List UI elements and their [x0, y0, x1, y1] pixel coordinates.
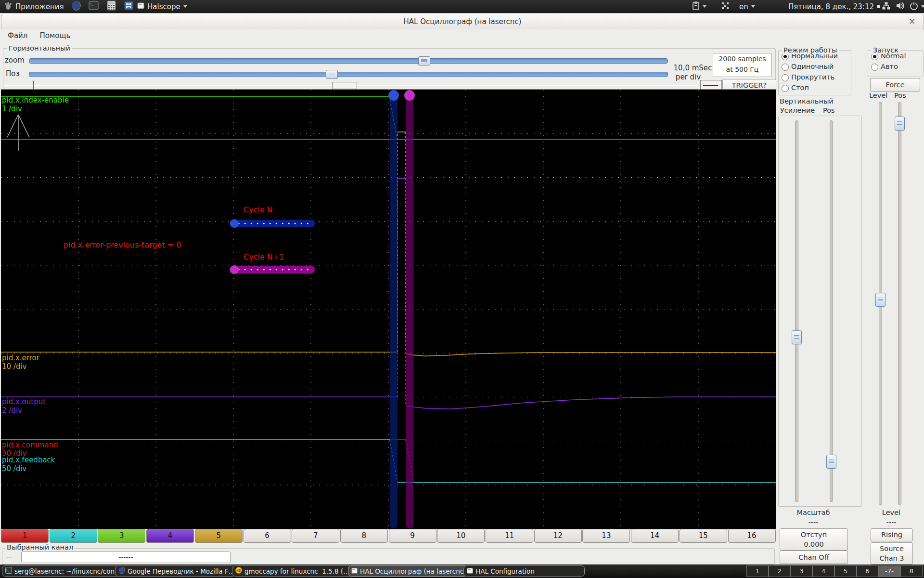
- scale-value: ----: [784, 518, 842, 526]
- channel-button-7[interactable]: 7: [292, 529, 339, 543]
- workspace-cell-7[interactable]: -7-: [878, 565, 900, 577]
- channel-button-10[interactable]: 10: [437, 529, 485, 543]
- firefox-icon: [71, 0, 81, 13]
- workspace-cell-1[interactable]: 1: [746, 565, 769, 577]
- active-window-button[interactable]: Halscope: [137, 0, 187, 13]
- file-archive-icon: [124, 0, 134, 13]
- channel-button-2[interactable]: 2: [50, 529, 97, 543]
- volume-indicator[interactable]: [896, 0, 905, 13]
- vertical-pos-slider-handle[interactable]: [826, 455, 836, 469]
- battery-indicator[interactable]: [692, 0, 706, 13]
- zoom-slider-label: zoom: [5, 56, 25, 65]
- offset-button[interactable]: Отступ0.000: [780, 528, 848, 551]
- force-button[interactable]: Force: [870, 78, 920, 92]
- svg-text:NS: NS: [236, 569, 241, 572]
- workspace-cell-5[interactable]: 5: [834, 565, 857, 577]
- gain-label: Усиление: [780, 106, 815, 114]
- gmoccapy-icon: NS: [235, 567, 242, 575]
- workspace-cell-8[interactable]: 8: [900, 565, 923, 577]
- run-mode-radio-2[interactable]: [782, 74, 789, 81]
- workspace-cell-2[interactable]: 2: [769, 565, 791, 577]
- gain-slider[interactable]: [795, 120, 798, 502]
- network-indicator[interactable]: [882, 0, 890, 13]
- error-previous-target-annotation: pid.x.error-previous-target = 0: [64, 240, 181, 250]
- zoom-slider[interactable]: [29, 58, 668, 64]
- applications-menu[interactable]: Приложения: [4, 0, 64, 13]
- channel-button-3[interactable]: 3: [98, 529, 145, 543]
- pos-slider-handle[interactable]: [326, 70, 338, 79]
- channel-button-1[interactable]: 1: [1, 529, 49, 543]
- taskbar-item-label: HAL Осциллограф (на lasercnc): [360, 567, 466, 575]
- run-mode-radio-3[interactable]: [782, 85, 789, 92]
- blue-cycle-n-bar[interactable]: [390, 90, 398, 528]
- taskbar-item-4[interactable]: HAL Осциллограф (на lasercnc): [348, 565, 468, 577]
- pos-slider[interactable]: [29, 72, 668, 77]
- chan-off-button[interactable]: Chan Off: [780, 551, 848, 564]
- window-close-button[interactable]: ×: [906, 15, 918, 27]
- firefox-launcher[interactable]: [71, 0, 81, 13]
- channel-button-6[interactable]: 6: [244, 529, 291, 543]
- taskbar-item-1[interactable]: >_serg@lasercnc: ~/linuxcnc/con…: [2, 565, 120, 577]
- trigger-source-button[interactable]: SourceChan 3: [871, 542, 913, 565]
- vertical-frame-label: Вертикальный: [780, 97, 834, 105]
- channel-button-12[interactable]: 12: [534, 529, 582, 543]
- selected-channel-combo[interactable]: ------: [21, 552, 231, 563]
- taskbar-item-5[interactable]: HAL Configuration: [463, 565, 585, 577]
- taskbar-item-2[interactable]: Google Переводчик - Mozilla F…: [115, 565, 236, 577]
- window-titlebar[interactable]: HAL Осциллограф (на lasercnc) ×: [1, 13, 924, 30]
- workspace-grid-indicator[interactable]: [721, 0, 730, 13]
- scale-label: Масштаб: [784, 509, 842, 516]
- calculator-launcher[interactable]: [106, 0, 116, 13]
- applications-label: Приложения: [15, 2, 64, 11]
- zoom-slider-handle[interactable]: [418, 56, 430, 66]
- channel-button-4[interactable]: 4: [146, 529, 194, 543]
- channel-button-15[interactable]: 15: [680, 529, 727, 543]
- pager-grid-icon: [721, 1, 730, 12]
- level-label: Level: [871, 509, 912, 516]
- network-icon: [882, 1, 890, 12]
- window-icon: [351, 567, 358, 575]
- trigger-mode-radio-1[interactable]: [871, 64, 878, 71]
- bottom-taskbar: >_serg@lasercnc: ~/linuxcnc/con…Google П…: [0, 565, 924, 578]
- menu-file[interactable]: Файл: [3, 29, 32, 42]
- calculator-icon: [106, 0, 116, 13]
- keyboard-layout[interactable]: en: [739, 0, 755, 13]
- trigger-position-handle[interactable]: [332, 82, 357, 89]
- channel-button-8[interactable]: 8: [340, 529, 388, 543]
- workspace-cell-4[interactable]: 4: [812, 565, 834, 577]
- channel-name-label-5: pid.x.feedback: [2, 456, 55, 464]
- trigger-level-line: [703, 85, 718, 86]
- channel-button-5[interactable]: 5: [195, 529, 243, 543]
- trace-output-recover: [406, 397, 776, 409]
- trigger-pos-slider[interactable]: [898, 102, 901, 505]
- gnome-foot-icon: [4, 1, 13, 12]
- firefox-icon: [118, 567, 125, 575]
- workspace-cell-6[interactable]: 6: [857, 565, 879, 577]
- trigger-mode-radio-label-1: Авто: [881, 63, 898, 70]
- file-archive-launcher[interactable]: [124, 0, 134, 13]
- terminal-icon: >_: [5, 567, 12, 575]
- power-menu[interactable]: [910, 0, 924, 13]
- channel-button-14[interactable]: 14: [631, 529, 679, 543]
- rising-button[interactable]: Rising: [871, 528, 913, 541]
- workspace-cell-3[interactable]: 3: [790, 565, 812, 577]
- trigger-level-slider-handle[interactable]: [875, 293, 886, 307]
- channel-button-11[interactable]: 11: [486, 529, 533, 543]
- blue-bar-cap[interactable]: [388, 90, 399, 101]
- clock[interactable]: Пятница, 8 дек., 23:12: [788, 0, 880, 13]
- channel-button-9[interactable]: 9: [389, 529, 436, 543]
- run-mode-radio-0[interactable]: [782, 53, 789, 60]
- run-mode-radio-1[interactable]: [782, 64, 789, 71]
- terminal-launcher[interactable]: >_: [89, 0, 99, 13]
- taskbar-item-3[interactable]: NSgmoccapy for linuxcnc 1.5.8 (…: [232, 565, 353, 577]
- chevron-down-icon: [183, 5, 187, 8]
- gain-slider-handle[interactable]: [792, 330, 802, 344]
- channel-button-13[interactable]: 13: [582, 529, 630, 543]
- magenta-bar-cap[interactable]: [404, 90, 415, 101]
- trigger-pos-slider-handle[interactable]: [895, 117, 905, 131]
- vertical-pos-slider[interactable]: [830, 120, 833, 502]
- trigger-mode-radio-0[interactable]: [871, 53, 878, 60]
- magenta-cycle-n1-bar[interactable]: [406, 90, 413, 528]
- menu-help[interactable]: Помощь: [35, 29, 76, 42]
- channel-button-16[interactable]: 16: [728, 529, 776, 543]
